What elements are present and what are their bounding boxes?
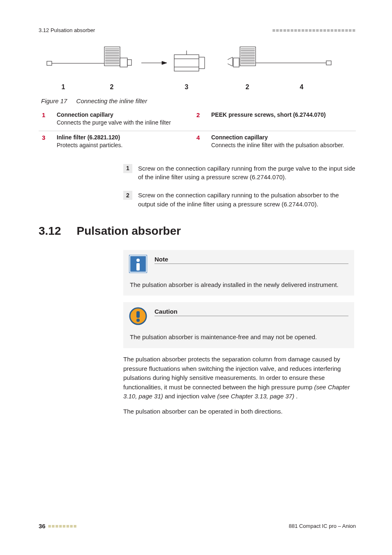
figure-legend: 1 Connection capillary Connects the purg… [39, 109, 356, 153]
legend-num: 3 [39, 131, 53, 153]
svg-rect-17 [174, 55, 199, 71]
caution-callout: Caution The pulsation absorber is mainte… [123, 302, 354, 348]
para-text: and injection valve [165, 393, 217, 400]
svg-rect-21 [233, 58, 239, 67]
fig-callout-2a: 2 [110, 83, 114, 90]
body-paragraph: The pulsation absorber protects the sepa… [123, 355, 354, 401]
callout-header: Caution [129, 302, 348, 325]
legend-num: 2 [193, 109, 208, 131]
fig-callout-2b: 2 [246, 83, 249, 90]
page-footer: 36 ■■■■■■■■ 881 Compact IC pro – Anion [39, 523, 356, 530]
section-number: 3.12 [39, 224, 61, 238]
step-item: 2 Screw on the connection capillary runn… [123, 191, 356, 209]
legend-num: 1 [39, 109, 53, 131]
fig-callout-3: 3 [185, 83, 189, 90]
svg-rect-22 [240, 47, 256, 66]
legend-cell: PEEK pressure screws, short (6.2744.070) [208, 109, 356, 131]
legend-cell: Inline filter (6.2821.120) Protects agai… [53, 131, 193, 153]
legend-cell: Connection capillary Connects the inline… [208, 131, 356, 153]
fig-callout-1: 1 [62, 83, 65, 90]
step-text: Screw on the connection capillary runnin… [138, 164, 356, 182]
footer-left: 36 ■■■■■■■■ [39, 523, 77, 530]
legend-cell: Connection capillary Connects the purge … [53, 109, 193, 131]
footer-doc-title: 881 Compact IC pro – Anion [289, 523, 356, 529]
legend-title: Connection capillary [57, 111, 113, 118]
procedure-steps: 1 Screw on the connection capillary runn… [123, 164, 356, 209]
callout-body: The pulsation absorber is maintenance-fr… [130, 333, 348, 342]
svg-rect-14 [127, 60, 131, 65]
callout-title: Note [154, 256, 348, 264]
svg-point-37 [136, 259, 140, 262]
page-header: 3.12 Pulsation absorber ■■■■■■■■■■■■■■■■… [39, 27, 356, 33]
page: 3.12 Pulsation absorber ■■■■■■■■■■■■■■■■… [0, 0, 392, 555]
para-text: The pulsation absorber protects the sepa… [123, 356, 341, 391]
legend-title: Inline filter (6.2821.120) [57, 134, 120, 141]
footer-dots-icon: ■■■■■■■■ [48, 523, 77, 529]
legend-desc: Protects against particles. [57, 142, 122, 148]
fig-callout-4: 4 [300, 83, 304, 90]
figure-caption: Figure 17 Connecting the inline filter [41, 97, 356, 104]
section-title: Pulsation absorber [77, 224, 181, 238]
info-icon [129, 255, 147, 273]
figure-number: Figure 17 [41, 97, 67, 104]
svg-rect-34 [326, 61, 331, 65]
legend-num: 4 [193, 131, 208, 153]
header-section-ref: 3.12 Pulsation absorber [39, 27, 95, 33]
body-paragraph: The pulsation absorber can be operated i… [123, 407, 354, 416]
callout-title: Caution [154, 308, 348, 316]
legend-title: Connection capillary [211, 134, 268, 141]
callout-body: The pulsation absorber is already instal… [130, 280, 348, 289]
section-heading: 3.12 Pulsation absorber [39, 224, 356, 238]
figure-caption-text: Connecting the inline filter [76, 97, 148, 104]
svg-rect-13 [120, 58, 127, 67]
para-text: . [296, 393, 297, 400]
svg-marker-16 [162, 61, 167, 65]
legend-title: PEEK pressure screws, short (6.2744.070) [211, 111, 326, 118]
legend-desc: Connects the purge valve with the inline… [57, 119, 171, 126]
cross-ref: (see Chapter 3.13, page 37) [217, 393, 295, 400]
step-text: Screw on the connection capillary runnin… [138, 191, 356, 209]
callout-header: Note [129, 250, 348, 273]
legend-row: 3 Inline filter (6.2821.120) Protects ag… [39, 131, 356, 153]
step-number: 2 [123, 191, 132, 200]
page-number: 36 [39, 523, 46, 530]
svg-point-41 [136, 319, 140, 322]
note-callout: Note The pulsation absorber is already i… [123, 250, 354, 296]
figure-17: 1 2 3 2 4 Figure 17 Connecting the inlin… [39, 45, 356, 104]
header-bars-icon: ■■■■■■■■■■■■■■■■■■■■■■■ [272, 27, 356, 33]
legend-desc: Connects the inline filter with the puls… [211, 142, 344, 148]
warning-icon [129, 307, 147, 325]
step-item: 1 Screw on the connection capillary runn… [123, 164, 356, 182]
svg-rect-2 [104, 47, 120, 66]
inline-filter-diagram: 1 2 3 2 4 [39, 45, 355, 94]
legend-row: 1 Connection capillary Connects the purg… [39, 109, 356, 131]
svg-rect-40 [136, 311, 140, 318]
step-number: 1 [123, 164, 132, 173]
svg-rect-0 [47, 61, 52, 65]
svg-rect-38 [136, 263, 140, 271]
